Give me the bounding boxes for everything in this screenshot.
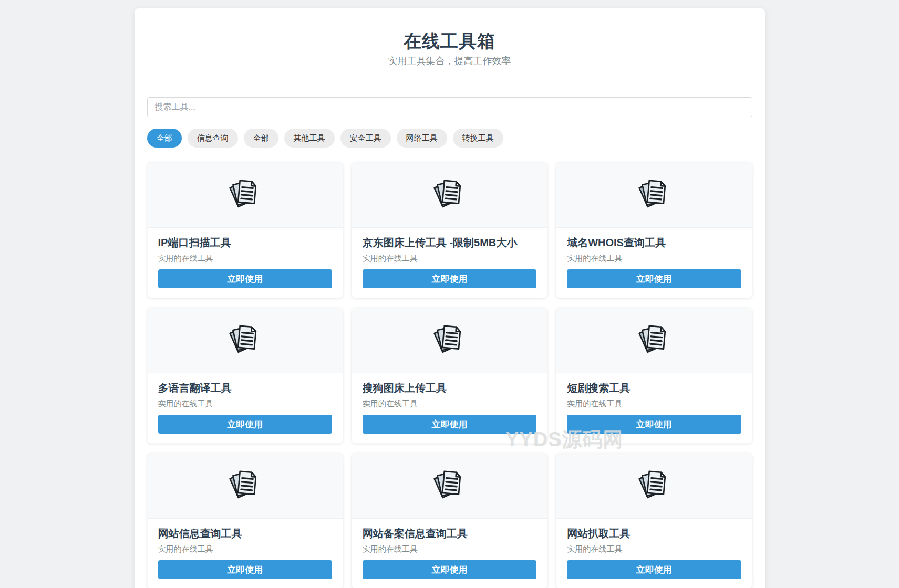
use-now-button[interactable]: 立即使用 xyxy=(567,560,741,579)
tool-card: 短剧搜索工具 实用的在线工具 立即使用 xyxy=(556,308,752,444)
card-body: 域名WHOIS查询工具 实用的在线工具 立即使用 xyxy=(556,228,751,298)
tool-card: 网站信息查询工具 实用的在线工具 立即使用 xyxy=(147,453,343,588)
card-icon-area xyxy=(352,163,547,228)
filter-tag[interactable]: 全部 xyxy=(147,129,182,148)
tool-description: 实用的在线工具 xyxy=(363,398,536,408)
card-body: 网站备案信息查询工具 实用的在线工具 立即使用 xyxy=(352,519,547,588)
tool-title: 短剧搜索工具 xyxy=(567,382,741,394)
card-icon-area xyxy=(352,454,547,519)
tool-title: 搜狗图床上传工具 xyxy=(363,382,536,394)
tool-description: 实用的在线工具 xyxy=(158,398,332,408)
use-now-button[interactable]: 立即使用 xyxy=(567,415,741,434)
tool-title: 多语言翻译工具 xyxy=(158,382,332,394)
documents-icon xyxy=(228,322,262,359)
tool-description: 实用的在线工具 xyxy=(158,253,332,263)
tool-description: 实用的在线工具 xyxy=(363,253,536,263)
tool-title: IP端口扫描工具 xyxy=(158,236,332,249)
card-icon-area xyxy=(352,308,547,373)
tool-description: 实用的在线工具 xyxy=(158,544,332,554)
documents-icon xyxy=(228,468,262,505)
documents-icon xyxy=(228,177,262,214)
page-subtitle: 实用工具集合，提高工作效率 xyxy=(147,55,752,67)
card-body: 网站信息查询工具 实用的在线工具 立即使用 xyxy=(148,519,343,588)
filter-tag[interactable]: 转换工具 xyxy=(453,129,503,148)
tool-card: 网站扒取工具 实用的在线工具 立即使用 xyxy=(556,453,752,588)
card-icon-area xyxy=(148,308,343,373)
toolbox-panel: 在线工具箱 实用工具集合，提高工作效率 全部信息查询全部其他工具安全工具网络工具… xyxy=(135,8,765,588)
card-icon-area xyxy=(556,308,751,373)
tool-description: 实用的在线工具 xyxy=(567,253,741,263)
documents-icon xyxy=(432,468,467,505)
tool-title: 网站备案信息查询工具 xyxy=(363,527,536,540)
tool-title: 域名WHOIS查询工具 xyxy=(567,236,741,249)
documents-icon xyxy=(432,177,467,214)
search-input[interactable] xyxy=(147,97,752,117)
tool-title: 网站信息查询工具 xyxy=(158,527,332,540)
documents-icon xyxy=(637,468,671,505)
filter-tag[interactable]: 其他工具 xyxy=(284,129,335,148)
tool-grid: IP端口扫描工具 实用的在线工具 立即使用 xyxy=(147,162,752,588)
tool-card: 京东图床上传工具 -限制5MB大小 实用的在线工具 立即使用 xyxy=(352,162,547,298)
use-now-button[interactable]: 立即使用 xyxy=(158,415,332,434)
documents-icon xyxy=(432,322,467,359)
card-body: 网站扒取工具 实用的在线工具 立即使用 xyxy=(556,519,751,588)
tool-card: 网站备案信息查询工具 实用的在线工具 立即使用 xyxy=(352,453,547,588)
card-icon-area xyxy=(556,163,751,228)
card-icon-area xyxy=(148,163,343,228)
filter-tag[interactable]: 安全工具 xyxy=(340,129,391,148)
documents-icon xyxy=(637,177,671,214)
tool-description: 实用的在线工具 xyxy=(363,544,536,554)
documents-icon xyxy=(637,322,671,359)
tool-card: IP端口扫描工具 实用的在线工具 立即使用 xyxy=(147,162,343,298)
card-body: 搜狗图床上传工具 实用的在线工具 立即使用 xyxy=(352,373,547,443)
filter-tag[interactable]: 信息查询 xyxy=(188,129,238,148)
header: 在线工具箱 实用工具集合，提高工作效率 xyxy=(147,30,752,81)
card-body: IP端口扫描工具 实用的在线工具 立即使用 xyxy=(148,228,343,298)
filter-tag[interactable]: 全部 xyxy=(244,129,278,148)
tool-card: 多语言翻译工具 实用的在线工具 立即使用 xyxy=(147,308,343,444)
use-now-button[interactable]: 立即使用 xyxy=(363,269,536,288)
filter-tag[interactable]: 网络工具 xyxy=(397,129,447,148)
tool-card: 搜狗图床上传工具 实用的在线工具 立即使用 xyxy=(352,308,547,444)
use-now-button[interactable]: 立即使用 xyxy=(363,560,536,579)
tool-title: 网站扒取工具 xyxy=(567,527,741,540)
page-title: 在线工具箱 xyxy=(147,30,752,52)
tool-title: 京东图床上传工具 -限制5MB大小 xyxy=(363,236,536,249)
card-icon-area xyxy=(556,454,751,519)
tool-description: 实用的在线工具 xyxy=(567,544,741,554)
use-now-button[interactable]: 立即使用 xyxy=(567,269,741,288)
tool-description: 实用的在线工具 xyxy=(567,398,741,408)
use-now-button[interactable]: 立即使用 xyxy=(363,415,536,434)
card-body: 短剧搜索工具 实用的在线工具 立即使用 xyxy=(556,373,751,443)
filter-bar: 全部信息查询全部其他工具安全工具网络工具转换工具 xyxy=(147,129,752,148)
use-now-button[interactable]: 立即使用 xyxy=(158,269,332,288)
card-body: 多语言翻译工具 实用的在线工具 立即使用 xyxy=(148,373,343,443)
card-icon-area xyxy=(148,454,343,519)
tool-card: 域名WHOIS查询工具 实用的在线工具 立即使用 xyxy=(556,162,752,298)
use-now-button[interactable]: 立即使用 xyxy=(158,560,332,579)
card-body: 京东图床上传工具 -限制5MB大小 实用的在线工具 立即使用 xyxy=(352,228,547,298)
